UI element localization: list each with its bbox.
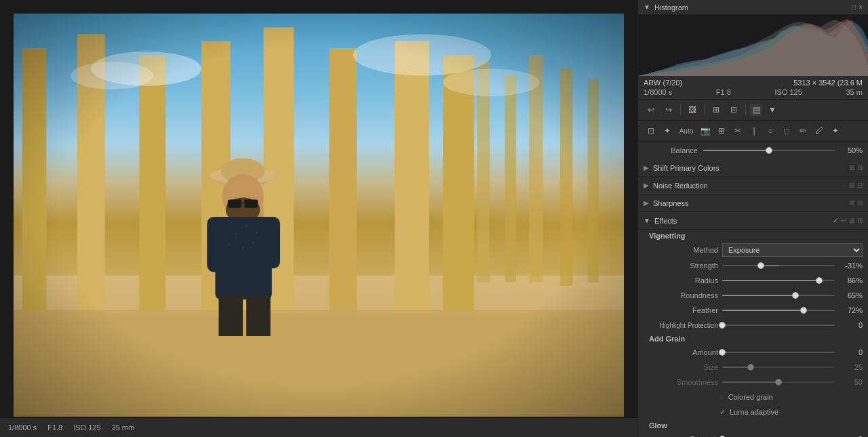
balance-slider[interactable]	[703, 150, 835, 151]
adjustments-panel: Balance 50% ▶ Shift Primary Colors ⊞ ⊟ ▶…	[638, 142, 868, 437]
effects-label: Effects	[654, 217, 833, 225]
tool-pen[interactable]: 🖊	[812, 123, 827, 138]
luma-adaptive-check[interactable]: ✓	[719, 408, 726, 417]
roundness-row: Roundness 65%	[638, 288, 868, 303]
add-grain-label: Add Grain	[649, 335, 685, 343]
shift-colors-label: Shift Primary Colors	[653, 164, 849, 172]
effects-icon1[interactable]: ⊞	[849, 217, 854, 224]
section-sharpness[interactable]: ▶ Sharpness ⊞ ⊟	[638, 194, 868, 212]
redo-button[interactable]: ↪	[661, 102, 676, 117]
file-shutter: 1/8000 s	[644, 88, 672, 96]
more-button[interactable]: ▼	[765, 102, 780, 117]
shift-colors-icon1[interactable]: ⊞	[849, 164, 854, 171]
tool-eyedropper[interactable]: ✦	[660, 123, 675, 138]
file-info-row2: 1/8000 s F1.8 ISO 125 35 m	[644, 88, 863, 96]
size-row: Size 25	[638, 360, 868, 375]
crop-button[interactable]: ⊞	[709, 102, 724, 117]
feather-value: 72%	[839, 306, 863, 314]
file-focal: 35 m	[846, 88, 863, 96]
photo-area: 1/8000 s F1.8 ISO 125 35 mm	[0, 0, 637, 437]
sharpness-icon2[interactable]: ⊟	[857, 199, 863, 207]
histogram-title: Histogram	[654, 3, 688, 12]
toolbar: ↩ ↪ 🖼 ⊞ ⊟ ▤ ▼	[638, 100, 868, 121]
histogram-collapse-arrow[interactable]: ▼	[644, 3, 650, 11]
histogram-header: ▼ Histogram □ ×	[638, 0, 868, 15]
histogram-view-button[interactable]: ▤	[750, 104, 762, 116]
size-slider	[722, 367, 835, 368]
photo-container	[14, 14, 624, 417]
histogram-title-area: ▼ Histogram	[644, 3, 688, 12]
highlight-protection-value: 0	[839, 321, 863, 329]
amount-slider[interactable]	[722, 352, 835, 353]
radius-slider[interactable]	[722, 280, 835, 281]
tool-camera[interactable]: 📷	[698, 123, 713, 138]
feather-row: Feather 72%	[638, 303, 868, 318]
file-format: ARW (7/20)	[644, 79, 682, 87]
effects-arrow: ▼	[644, 217, 650, 224]
radius-row: Radius 86%	[638, 273, 868, 288]
view-image-button[interactable]: 🖼	[685, 102, 700, 117]
vignetting-header: Vignetting	[638, 230, 868, 242]
sharpness-label: Sharpness	[653, 199, 849, 207]
size-label: Size	[644, 363, 718, 371]
histogram-close-icon[interactable]: ×	[859, 3, 863, 11]
strength-value: -31%	[839, 262, 863, 270]
undo-button[interactable]: ↩	[644, 102, 658, 117]
size-value: 25	[839, 363, 863, 371]
toolbar2: ⊡ ✦ Auto 📷 ⊞ ✂ | ○ □ ✏ 🖊 ✦	[638, 121, 868, 142]
tool-transform[interactable]: ⊞	[714, 123, 729, 138]
sharpness-icon1[interactable]: ⊞	[849, 199, 854, 207]
smoothness-slider	[722, 381, 835, 383]
effects-icon-check[interactable]: ✓	[833, 217, 838, 224]
toolbar-separator-2	[704, 104, 705, 115]
strength-slider[interactable]	[722, 265, 835, 266]
noise-reduction-label: Noise Reduction	[653, 182, 849, 190]
histogram-icon1[interactable]: □	[852, 3, 856, 11]
noise-reduction-icon2[interactable]: ⊟	[857, 182, 863, 189]
feather-slider[interactable]	[722, 310, 835, 311]
glow-header: Glow	[638, 419, 868, 432]
tool-select[interactable]: ⊡	[644, 123, 658, 138]
right-panel: ▼ Histogram □ ×	[637, 0, 868, 437]
status-focal: 35 mm	[112, 423, 135, 432]
balance-value: 50%	[839, 146, 863, 154]
noise-reduction-icon1[interactable]: ⊞	[849, 182, 854, 189]
section-noise-reduction[interactable]: ▶ Noise Reduction ⊞ ⊟	[638, 177, 868, 194]
colored-grain-row: ○ Colored grain	[638, 390, 868, 404]
auto-button[interactable]: Auto	[676, 123, 696, 138]
effects-icon2[interactable]: ⊟	[857, 217, 863, 224]
shift-colors-icons: ⊞ ⊟	[849, 164, 863, 171]
histogram-header-icons: □ ×	[852, 3, 863, 11]
balance-row: Balance 50%	[638, 142, 868, 159]
tool-brush[interactable]: ✏	[795, 123, 810, 138]
photo-image	[14, 14, 624, 417]
shift-colors-arrow: ▶	[644, 164, 649, 171]
strength-row: Strength -31%	[638, 258, 868, 273]
effects-icon-undo[interactable]: ↩	[841, 217, 846, 224]
toolbar-separator-1	[680, 104, 681, 115]
method-dropdown[interactable]: Exposure	[722, 243, 863, 257]
radius-value: 86%	[839, 276, 863, 285]
highlight-protection-slider[interactable]	[722, 325, 835, 326]
add-grain-header: Add Grain	[638, 333, 868, 345]
status-iso: ISO 125	[73, 423, 100, 432]
roundness-slider[interactable]	[722, 295, 835, 296]
section-shift-primary-colors[interactable]: ▶ Shift Primary Colors ⊞ ⊟	[638, 159, 868, 177]
luma-adaptive-row: ✓ Luma adaptive	[638, 404, 868, 419]
tool-extra[interactable]: ✦	[828, 123, 843, 138]
method-row: Method Exposure	[638, 242, 868, 258]
shift-colors-icon2[interactable]: ⊟	[857, 164, 863, 171]
section-effects[interactable]: ▼ Effects ✓ ↩ ⊞ ⊟	[638, 212, 868, 230]
tool-crop2[interactable]: ✂	[730, 123, 745, 138]
luma-adaptive-label: Luma adaptive	[730, 408, 778, 416]
status-aperture: F1.8	[47, 423, 62, 432]
tool-line[interactable]: |	[747, 123, 762, 138]
colored-grain-label: Colored grain	[728, 393, 773, 401]
histogram-canvas	[638, 15, 868, 76]
tool-rect[interactable]: □	[779, 123, 794, 138]
amount-row: Amount 0	[638, 345, 868, 360]
effects-icons: ✓ ↩ ⊞ ⊟	[833, 217, 863, 224]
tool-circle[interactable]: ○	[763, 123, 778, 138]
colored-grain-check[interactable]: ○	[719, 393, 724, 401]
copy-button[interactable]: ⊟	[726, 102, 741, 117]
